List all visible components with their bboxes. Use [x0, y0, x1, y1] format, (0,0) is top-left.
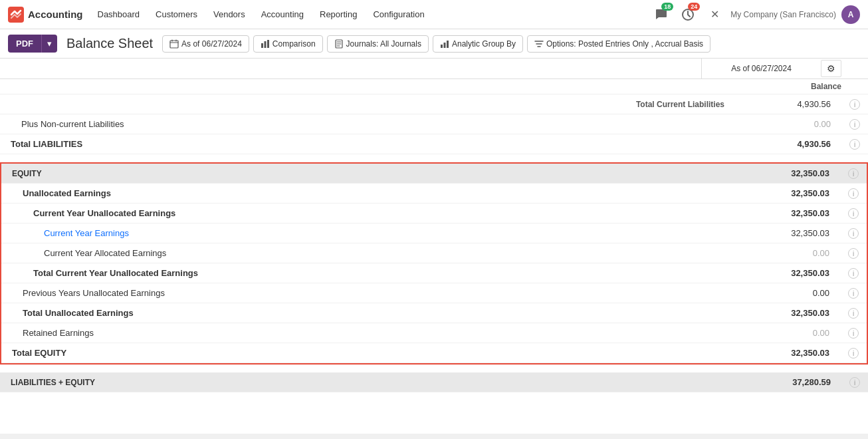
previous-years-unallocated-label: Previous Years Unallocated Earnings: [1, 283, 734, 303]
activity-badge: 24: [688, 3, 700, 11]
equity-header-info[interactable]: i: [840, 168, 867, 180]
analytic-group-button[interactable]: Analytic Group By: [433, 35, 523, 53]
info-icon[interactable]: i: [848, 308, 859, 319]
date-header-label: As of 06/27/2024: [731, 64, 792, 73]
total-current-year-unallocated-info[interactable]: i: [840, 267, 867, 279]
app-name: Accounting: [28, 9, 83, 20]
info-icon[interactable]: i: [848, 168, 859, 179]
unallocated-earnings-label: Unallocated Earnings: [1, 184, 734, 203]
total-equity-info[interactable]: i: [840, 347, 867, 359]
user-avatar[interactable]: A: [841, 5, 860, 24]
column-settings-button[interactable]: ⚙: [821, 60, 841, 77]
retained-earnings-value: 0.00: [734, 323, 840, 343]
nav-accounting[interactable]: Accounting: [255, 5, 310, 23]
equity-header-label: EQUITY: [1, 164, 734, 183]
total-current-year-unallocated-row: Total Current Year Unallocated Earnings …: [1, 263, 867, 283]
grand-total-label: LIABILITIES + EQUITY: [0, 373, 735, 392]
settings-icon: ⚙: [827, 63, 835, 74]
current-year-earnings-info[interactable]: i: [840, 227, 867, 239]
nav-reporting[interactable]: Reporting: [313, 5, 364, 23]
equity-section: EQUITY 32,350.03 i Unallocated Earnings …: [0, 162, 868, 365]
date-filter-button[interactable]: As of 06/27/2024: [162, 35, 249, 53]
total-current-liabilities-label: Total Current Liabilities: [0, 95, 735, 114]
info-icon[interactable]: i: [848, 328, 859, 339]
balance-col-label: Balance: [708, 82, 841, 91]
svg-rect-9: [447, 41, 449, 48]
total-unallocated-earnings-label: Total Unallocated Earnings: [1, 303, 734, 323]
current-year-earnings-label: Current Year Earnings: [1, 223, 734, 243]
pdf-button[interactable]: PDF: [8, 35, 41, 53]
nav-configuration[interactable]: Configuration: [366, 5, 431, 23]
app-logo[interactable]: Accounting: [8, 7, 83, 23]
info-icon[interactable]: i: [849, 139, 860, 150]
info-icon[interactable]: i: [848, 228, 859, 239]
current-year-allocated-info[interactable]: i: [840, 247, 867, 259]
current-year-unallocated-label: Current Year Unallocated Earnings: [1, 204, 734, 223]
table-date-header: As of 06/27/2024 ⚙: [0, 59, 868, 79]
odoo-logo-icon: [8, 7, 24, 23]
activity-button[interactable]: 24: [677, 4, 699, 25]
svg-rect-2: [170, 41, 178, 48]
journals-label: Journals: All Journals: [346, 39, 421, 49]
info-icon[interactable]: i: [848, 288, 859, 299]
plus-noncurrent-liabilities-label: Plus Non-current Liabilities: [0, 114, 735, 134]
previous-years-unallocated-info[interactable]: i: [840, 287, 867, 299]
journals-button[interactable]: Journals: All Journals: [327, 35, 429, 53]
close-icon: ✕: [710, 8, 719, 21]
date-filter-label: As of 06/27/2024: [181, 39, 242, 49]
journals-icon: [334, 39, 344, 49]
pdf-dropdown-button[interactable]: ▾: [41, 35, 57, 53]
svg-rect-8: [443, 43, 445, 48]
current-year-earnings-row: Current Year Earnings 32,350.03 i: [1, 223, 867, 243]
total-unallocated-earnings-info[interactable]: i: [840, 307, 867, 319]
info-icon[interactable]: i: [849, 119, 860, 130]
current-year-allocated-row: Current Year Allocated Earnings 0.00 i: [1, 243, 867, 263]
unallocated-earnings-info[interactable]: i: [840, 188, 867, 200]
current-year-earnings-link[interactable]: Current Year Earnings: [44, 228, 129, 238]
balance-column-header: Balance: [0, 79, 868, 94]
info-icon[interactable]: i: [849, 99, 860, 110]
plus-noncurrent-liabilities-value: 0.00: [735, 114, 841, 134]
nav-customers[interactable]: Customers: [149, 5, 204, 23]
info-icon[interactable]: i: [848, 268, 859, 279]
info-icon[interactable]: i: [848, 248, 859, 259]
top-navigation: Accounting Dashboard Customers Vendors A…: [0, 0, 868, 29]
close-button[interactable]: ✕: [704, 4, 725, 25]
svg-rect-4: [264, 41, 266, 48]
info-icon[interactable]: i: [848, 208, 859, 219]
total-liabilities-info[interactable]: i: [841, 138, 868, 150]
grand-total-value: 37,280.59: [735, 372, 841, 392]
svg-rect-7: [441, 45, 443, 48]
current-year-earnings-value: 32,350.03: [734, 223, 840, 243]
nav-vendors[interactable]: Vendors: [207, 5, 252, 23]
messages-button[interactable]: 18: [651, 4, 672, 25]
nav-dashboard[interactable]: Dashboard: [91, 5, 147, 23]
svg-rect-0: [8, 7, 24, 23]
grand-total-info[interactable]: i: [841, 376, 868, 388]
options-label: Options: Posted Entries Only , Accrual B…: [546, 39, 703, 49]
plus-noncurrent-info[interactable]: i: [841, 118, 868, 130]
total-liabilities-row: Total LIABILITIES 4,930.56 i: [0, 134, 868, 154]
total-current-liabilities-info[interactable]: i: [841, 98, 868, 110]
unallocated-earnings-row: Unallocated Earnings 32,350.03 i: [1, 184, 867, 204]
page-title: Balance Sheet: [66, 36, 153, 51]
svg-rect-3: [261, 43, 263, 48]
previous-years-unallocated-row: Previous Years Unallocated Earnings 0.00…: [1, 283, 867, 303]
options-button[interactable]: Options: Posted Entries Only , Accrual B…: [527, 35, 710, 53]
retained-earnings-label: Retained Earnings: [1, 323, 734, 343]
info-icon[interactable]: i: [848, 188, 859, 199]
chevron-down-icon: ▾: [47, 39, 52, 49]
comparison-button[interactable]: Comparison: [253, 35, 323, 53]
nav-right-actions: 18 24 ✕ My Company (San Francisco) A: [651, 4, 860, 25]
total-liabilities-value: 4,930.56: [735, 134, 841, 154]
analytic-group-label: Analytic Group By: [452, 39, 516, 49]
retained-earnings-info[interactable]: i: [840, 327, 867, 339]
svg-rect-5: [267, 40, 269, 48]
date-column-header: As of 06/27/2024: [701, 59, 821, 78]
previous-years-unallocated-value: 0.00: [734, 283, 840, 303]
current-year-unallocated-info[interactable]: i: [840, 208, 867, 220]
info-icon[interactable]: i: [849, 377, 860, 388]
total-equity-row: Total EQUITY 32,350.03 i: [1, 343, 867, 363]
total-current-liabilities-row: Total Current Liabilities 4,930.56 i: [0, 94, 868, 114]
info-icon[interactable]: i: [848, 348, 859, 359]
